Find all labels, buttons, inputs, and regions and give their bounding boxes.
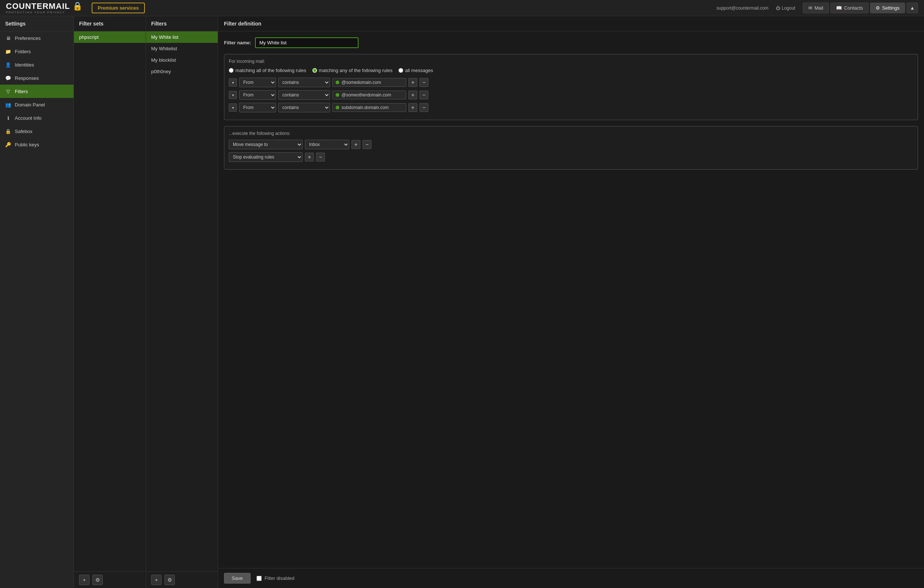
rule-1-value-text: @somedomain.com	[342, 80, 381, 85]
nav-contacts-button[interactable]: 📖 Contacts	[830, 3, 869, 13]
responses-icon: 💬	[5, 75, 11, 81]
rule-3-value-display: subdomain.domain.com	[332, 103, 406, 112]
radio-all-messages-input[interactable]	[398, 68, 403, 73]
rule-2-field-select[interactable]: From	[239, 90, 276, 100]
sidebar-item-preferences[interactable]: 🖥 Preferences	[0, 31, 74, 45]
person-icon: 👤	[5, 62, 11, 68]
rule-2-value-text: @someotherdomain.com	[342, 92, 391, 97]
rule-1-value-display: @somedomain.com	[332, 78, 406, 87]
filtersets-list: phpscript	[74, 31, 146, 302]
filterset-item-phpscript[interactable]: phpscript	[74, 31, 146, 43]
action-1-target-select[interactable]: Inbox Spam Trash Sent Drafts	[305, 140, 349, 149]
logo-text: COUNTERMAIL 🔒	[6, 2, 83, 10]
save-button[interactable]: Save	[224, 573, 251, 583]
public-keys-label: Public keys	[15, 142, 39, 147]
action-2-select[interactable]: Stop evaluating rules Move message to De…	[229, 152, 303, 162]
topbar-left: COUNTERMAIL 🔒 PROTECTING YOUR PRIVACY Pr…	[6, 2, 145, 14]
rule-row-3: ▾ From contains subdomain.domain.com + −	[229, 103, 913, 112]
action-1-plus-button[interactable]: +	[351, 140, 360, 149]
nav-settings-label: Settings	[882, 5, 899, 11]
nav-buttons: ✉ Mail 📖 Contacts ⚙ Settings ▲	[803, 3, 918, 13]
for-incoming-label: For incoming mail:	[229, 59, 913, 64]
filter-definition-content: Filter name: For incoming mail: matching…	[218, 31, 924, 568]
filter-item-my-blocklist[interactable]: My blocklist	[146, 55, 218, 66]
radio-match-all-input[interactable]	[229, 68, 234, 73]
premium-services-button[interactable]: Premium services	[92, 3, 145, 13]
filter-icon: ▽	[5, 88, 11, 94]
filter-item-p0th0ney[interactable]: p0th0ney	[146, 66, 218, 77]
filter-item-my-whitelist[interactable]: My Whitelist	[146, 43, 218, 55]
logo-name: COUNTERMAIL	[6, 2, 70, 11]
logout-label: Logout	[782, 5, 795, 11]
user-email: support@countermail.com	[717, 5, 768, 11]
filtersets-add-button[interactable]: +	[79, 575, 89, 585]
logout-button[interactable]: ⏻ Logout	[776, 5, 795, 11]
radio-group: matching all of the following rules matc…	[229, 68, 913, 73]
action-2-plus-button[interactable]: +	[305, 153, 314, 162]
power-icon: ⏻	[776, 5, 780, 11]
filter-name-input[interactable]	[255, 37, 358, 48]
filters-settings-button[interactable]: ⚙	[165, 575, 175, 585]
sidebar-item-identities[interactable]: 👤 Identities	[0, 58, 74, 71]
rule-1-condition-select[interactable]: contains	[278, 78, 330, 87]
rule-3-plus-button[interactable]: +	[408, 103, 417, 112]
key-icon: 🔑	[5, 142, 11, 147]
rule-2-condition-select[interactable]: contains	[278, 90, 330, 100]
filtersets-settings-button[interactable]: ⚙	[92, 575, 103, 585]
nav-expand-button[interactable]: ▲	[907, 3, 918, 13]
rule-3-expand-button[interactable]: ▾	[229, 104, 237, 112]
action-1-minus-button[interactable]: −	[363, 140, 371, 149]
filtersets-footer: + ⚙	[74, 571, 146, 588]
mail-icon: ✉	[808, 5, 812, 11]
topbar: COUNTERMAIL 🔒 PROTECTING YOUR PRIVACY Pr…	[0, 0, 924, 16]
radio-match-all-label: matching all of the following rules	[236, 68, 306, 73]
rule-1-expand-button[interactable]: ▾	[229, 78, 237, 86]
filters-title: Filters	[146, 16, 218, 31]
rule-2-value-display: @someotherdomain.com	[332, 91, 406, 99]
filters-panel: Filters My White list My Whitelist My bl…	[146, 16, 218, 588]
actions-header: ...execute the following actions:	[229, 131, 913, 136]
sidebar-item-filters[interactable]: ▽ Filters	[0, 85, 74, 98]
rule-1-plus-button[interactable]: +	[408, 78, 417, 87]
rule-2-expand-button[interactable]: ▾	[229, 91, 237, 99]
filter-item-my-white-list[interactable]: My White list	[146, 31, 218, 43]
radio-match-any-label: matching any of the following rules	[319, 68, 393, 73]
sidebar-item-account-info[interactable]: ℹ Account Info	[0, 111, 74, 125]
sidebar-item-public-keys[interactable]: 🔑 Public keys	[0, 138, 74, 151]
domain-panel-label: Domain Panel	[15, 102, 45, 107]
rule-2-plus-button[interactable]: +	[408, 91, 417, 99]
sidebar-item-domain-panel[interactable]: 👥 Domain Panel	[0, 98, 74, 111]
radio-match-any-input[interactable]	[312, 68, 317, 73]
sidebar-item-safebox[interactable]: 🔒 Safebox	[0, 125, 74, 138]
rule-1-green-dot	[336, 81, 339, 84]
action-row-2: Stop evaluating rules Move message to De…	[229, 152, 913, 162]
filter-disabled-row: Filter disabled	[256, 575, 295, 581]
filter-definition-panel: Filter definition Filter name: For incom…	[218, 16, 924, 588]
sidebar-item-responses[interactable]: 💬 Responses	[0, 71, 74, 85]
rules-box: For incoming mail: matching all of the f…	[224, 54, 918, 120]
rule-1-field-select[interactable]: From	[239, 78, 276, 87]
nav-mail-button[interactable]: ✉ Mail	[803, 3, 829, 13]
radio-all-messages[interactable]: all messages	[398, 68, 433, 73]
account-info-label: Account Info	[15, 115, 41, 121]
rule-1-minus-button[interactable]: −	[419, 78, 428, 87]
rule-2-green-dot	[336, 93, 339, 97]
filters-list: My White list My Whitelist My blocklist …	[146, 31, 218, 302]
nav-settings-button[interactable]: ⚙ Settings	[870, 3, 905, 13]
rule-3-field-select[interactable]: From	[239, 103, 276, 112]
action-1-select[interactable]: Move message to Delete message Mark as r…	[229, 140, 303, 149]
responses-label: Responses	[15, 75, 39, 81]
rule-2-minus-button[interactable]: −	[419, 91, 428, 99]
nav-mail-label: Mail	[815, 5, 823, 11]
radio-match-all[interactable]: matching all of the following rules	[229, 68, 306, 73]
sidebar-item-folders[interactable]: 📁 Folders	[0, 45, 74, 58]
radio-match-any[interactable]: matching any of the following rules	[312, 68, 393, 73]
settings-title: Settings	[0, 16, 74, 31]
rule-3-minus-button[interactable]: −	[419, 103, 428, 112]
action-2-minus-button[interactable]: −	[316, 153, 325, 162]
filter-disabled-checkbox[interactable]	[256, 576, 262, 581]
rule-3-condition-select[interactable]: contains	[278, 103, 330, 112]
filtersets-panel: Filter sets phpscript + ⚙	[74, 16, 146, 588]
filter-name-row: Filter name:	[224, 37, 918, 48]
filters-add-button[interactable]: +	[151, 575, 162, 585]
